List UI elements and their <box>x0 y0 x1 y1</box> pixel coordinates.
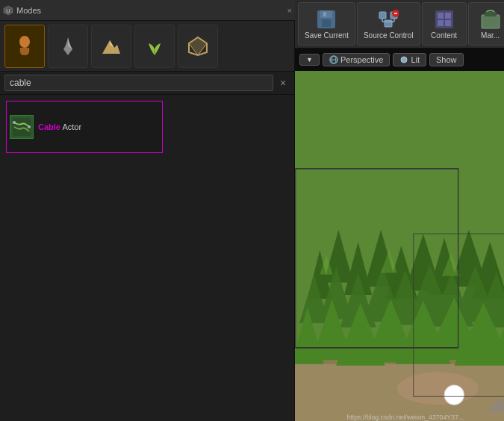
modes-title: Modes <box>16 6 41 15</box>
normal-text: Actor <box>60 122 81 131</box>
svg-rect-26 <box>485 12 497 16</box>
marketplace-btn[interactable]: Mar... <box>468 2 504 46</box>
lit-label: Lit <box>411 55 420 64</box>
save-current-label: Save Current <box>305 31 349 40</box>
actor-label-text: Cable Actor <box>38 122 81 131</box>
landscape-icon <box>99 34 123 58</box>
highlight-text: Cable <box>38 122 60 131</box>
left-panel: U Modes × <box>0 0 295 421</box>
viewport-arrow-icon: ▼ <box>306 56 313 63</box>
forest-background: https://blog.csdn.net/weixin_43704Y37... <box>295 71 504 421</box>
viewport-canvas: https://blog.csdn.net/weixin_43704Y37... <box>295 71 504 421</box>
perspective-bar: ▼ Perspective Lit Show <box>295 49 504 71</box>
marketplace-label: Mar... <box>481 31 500 40</box>
marketplace-icon <box>480 9 501 30</box>
svg-rect-23 <box>438 20 444 26</box>
lit-icon <box>399 55 408 64</box>
viewport-options-btn[interactable]: ▼ <box>299 54 320 66</box>
source-control-label: Source Control <box>364 31 414 40</box>
modes-window: U Modes <box>3 5 47 16</box>
search-clear-btn[interactable]: × <box>276 76 290 90</box>
right-panel: Save Current <box>295 0 504 421</box>
cable-actor-item[interactable]: Cable Actor <box>6 101 163 153</box>
foliage-icon <box>143 34 167 58</box>
svg-rect-21 <box>438 13 444 19</box>
perspective-icon <box>329 55 338 64</box>
svg-point-2 <box>19 36 30 48</box>
modes-bar: U Modes × <box>0 0 295 21</box>
source-control-icon <box>378 9 399 30</box>
svg-point-63 <box>397 372 479 405</box>
save-current-btn[interactable]: Save Current <box>298 2 355 46</box>
svg-point-7 <box>28 125 31 128</box>
perspective-btn[interactable]: Perspective <box>323 53 390 66</box>
svg-point-30 <box>401 57 407 63</box>
foliage-tool-btn[interactable] <box>134 25 175 68</box>
save-icon <box>316 9 337 30</box>
search-bar: × <box>0 72 294 95</box>
forest-scene-svg: https://blog.csdn.net/weixin_43704Y37... <box>295 71 504 421</box>
content-btn[interactable]: Content <box>422 2 467 46</box>
unreal-icon: U <box>3 5 13 16</box>
lit-btn[interactable]: Lit <box>393 53 426 66</box>
svg-point-65 <box>448 388 456 396</box>
content-label: Content <box>431 31 457 40</box>
perspective-label: Perspective <box>340 55 383 64</box>
landscape-tool-btn[interactable] <box>91 25 131 68</box>
place-icon <box>13 34 37 58</box>
source-control-btn[interactable]: Source Control <box>357 2 420 46</box>
viewport-toolbar: Save Current <box>295 0 504 49</box>
paint-tool-btn[interactable] <box>48 25 88 68</box>
svg-rect-12 <box>379 12 386 19</box>
svg-text:U: U <box>6 7 10 14</box>
cable-actor-icon <box>10 115 34 139</box>
results-area: Cable Actor <box>0 95 294 421</box>
show-label: Show <box>436 55 457 64</box>
place-tool-btn[interactable] <box>4 25 45 68</box>
search-input[interactable] <box>4 75 273 91</box>
geometry-icon <box>186 34 210 58</box>
svg-rect-25 <box>482 15 500 28</box>
svg-rect-24 <box>445 20 451 26</box>
svg-text:https://blog.csdn.net/weixin_4: https://blog.csdn.net/weixin_43704Y37... <box>347 414 464 421</box>
svg-point-6 <box>13 121 16 124</box>
show-btn[interactable]: Show <box>429 53 464 66</box>
svg-rect-10 <box>322 19 331 27</box>
modes-close-btn[interactable]: × <box>287 6 292 15</box>
svg-rect-22 <box>445 13 451 19</box>
paint-icon <box>56 34 80 58</box>
content-icon <box>434 9 455 30</box>
svg-rect-11 <box>323 12 326 16</box>
icon-toolbar <box>0 21 294 72</box>
geometry-tool-btn[interactable] <box>178 25 218 68</box>
